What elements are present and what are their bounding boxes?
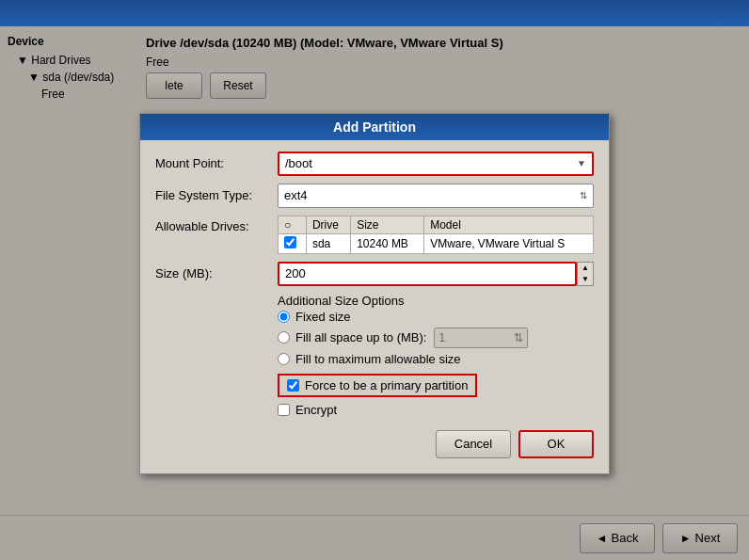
dialog-buttons: Cancel OK — [155, 423, 594, 462]
filesystem-type-value: ext4 — [284, 188, 308, 202]
fixed-size-row: Fixed size — [155, 310, 594, 324]
size-mb-label: Size (MB): — [155, 266, 278, 280]
size-mb-row: Size (MB): 200 ▲ ▼ — [155, 262, 594, 286]
encrypt-normal: Encrypt — [278, 403, 337, 417]
mount-point-arrow: ▼ — [577, 158, 586, 168]
drives-row-model: VMware, VMware Virtual S — [424, 233, 594, 253]
fill-up-spinner: ⇅ — [514, 331, 523, 344]
drives-col-model: Model — [424, 216, 594, 233]
force-primary-label: Force to be a primary partition — [305, 378, 468, 392]
mount-point-value: /boot — [285, 156, 312, 170]
allowable-drives-label: Allowable Drives: — [155, 216, 278, 233]
drives-col-check: ○ — [279, 216, 307, 233]
force-primary-highlighted: Force to be a primary partition — [278, 374, 477, 397]
filesystem-type-label: File System Type: — [155, 188, 278, 202]
cancel-button[interactable]: Cancel — [436, 430, 511, 458]
filesystem-type-arrow: ⇅ — [580, 190, 587, 200]
encrypt-row: Encrypt — [155, 403, 594, 417]
fill-max-row: Fill to maximum allowable size — [155, 352, 594, 366]
size-mb-control: 200 ▲ ▼ — [278, 262, 594, 286]
filesystem-type-select[interactable]: ext4 ⇅ — [278, 184, 594, 208]
force-primary-checkbox[interactable] — [287, 379, 299, 392]
fixed-size-label: Fixed size — [295, 310, 351, 324]
fill-up-input[interactable]: 1 ⇅ — [434, 328, 528, 348]
drives-row-check[interactable] — [279, 233, 307, 253]
fill-up-label: Fill all space up to (MB): — [295, 330, 426, 344]
mount-point-row: Mount Point: /boot ▼ — [155, 152, 594, 176]
add-partition-dialog: Add Partition Mount Point: /boot ▼ File … — [139, 113, 610, 474]
encrypt-label: Encrypt — [295, 403, 337, 417]
drives-col-size: Size — [351, 216, 424, 233]
ok-button[interactable]: OK — [518, 430, 594, 458]
drives-row-drive: sda — [306, 233, 350, 253]
encrypt-checkbox[interactable] — [278, 404, 290, 416]
mount-point-label: Mount Point: — [155, 156, 278, 170]
additional-size-title: Additional Size Options — [278, 294, 404, 308]
size-spinner[interactable]: ▲ ▼ — [577, 262, 594, 286]
size-mb-value: 200 — [285, 266, 306, 280]
filesystem-type-row: File System Type: ext4 ⇅ — [155, 184, 594, 208]
drives-table: ○ Drive Size Model sda 10240 MB — [278, 216, 594, 254]
mount-point-control: /boot ▼ — [278, 152, 594, 176]
fill-up-value: 1 — [438, 331, 445, 344]
size-spinner-down[interactable]: ▼ — [578, 274, 593, 285]
allowable-drives-control: ○ Drive Size Model sda 10240 MB — [278, 216, 594, 254]
drives-row: sda 10240 MB VMware, VMware Virtual S — [279, 233, 594, 253]
size-mb-input[interactable]: 200 — [278, 262, 577, 286]
fill-up-row: Fill all space up to (MB): 1 ⇅ — [155, 328, 594, 348]
mount-point-select[interactable]: /boot ▼ — [278, 152, 594, 176]
dialog-titlebar: Add Partition — [140, 114, 609, 140]
drives-row-size: 10240 MB — [351, 233, 424, 253]
filesystem-type-control: ext4 ⇅ — [278, 184, 594, 208]
additional-size-options: Additional Size Options Fixed size Fill … — [155, 294, 594, 366]
additional-size-title-row: Additional Size Options — [155, 294, 594, 308]
drives-col-drive: Drive — [306, 216, 350, 233]
dialog-overlay: Add Partition Mount Point: /boot ▼ File … — [0, 26, 749, 560]
fill-up-radio[interactable] — [278, 331, 290, 344]
size-spinner-up[interactable]: ▲ — [578, 263, 593, 274]
sda-checkbox[interactable] — [284, 236, 296, 248]
force-primary-row: Force to be a primary partition — [155, 374, 594, 397]
fixed-size-radio[interactable] — [278, 311, 290, 323]
top-bar — [0, 0, 749, 26]
dialog-title: Add Partition — [333, 120, 416, 135]
fill-max-radio[interactable] — [278, 353, 290, 365]
fill-max-label: Fill to maximum allowable size — [295, 352, 461, 366]
dialog-body: Mount Point: /boot ▼ File System Type: e… — [140, 140, 609, 473]
allowable-drives-row: Allowable Drives: ○ Drive Size Model — [155, 216, 594, 254]
